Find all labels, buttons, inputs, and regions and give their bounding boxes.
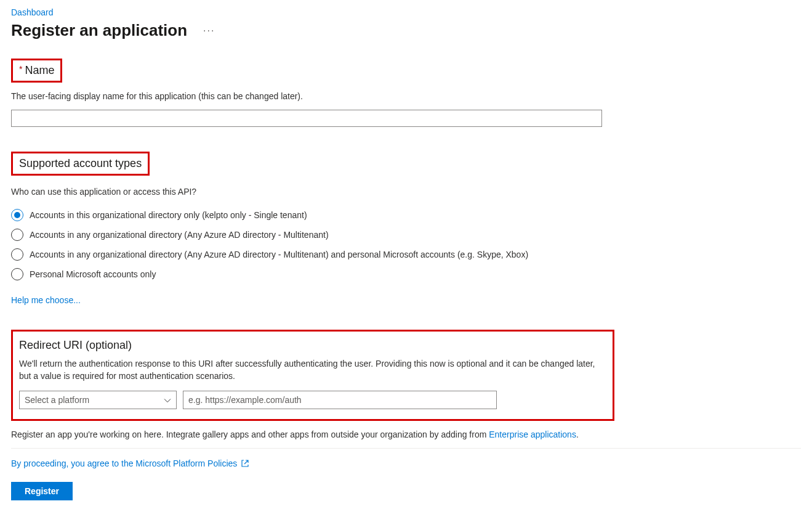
register-button[interactable]: Register xyxy=(11,482,73,500)
radio-icon xyxy=(11,268,23,280)
chevron-down-icon xyxy=(164,396,171,404)
name-heading-highlight: *Name xyxy=(11,59,62,83)
redirect-highlight: Redirect URI (optional) We'll return the… xyxy=(11,330,614,421)
policy-row: By proceeding, you agree to the Microsof… xyxy=(11,458,801,468)
footer-text-after: . xyxy=(576,430,579,439)
radio-label: Accounts in this organizational director… xyxy=(30,210,307,220)
footer-divider xyxy=(11,448,801,449)
help-me-choose-link[interactable]: Help me choose... xyxy=(11,295,81,305)
name-heading: *Name xyxy=(19,64,54,76)
footer-text: Register an app you're working on here. … xyxy=(11,430,801,439)
redirect-controls: Select a platform xyxy=(19,391,606,409)
radio-icon xyxy=(11,229,23,241)
account-types-section: Supported account types Who can use this… xyxy=(11,152,801,305)
account-type-option-1[interactable]: Accounts in any organizational directory… xyxy=(11,225,801,245)
redirect-uri-input[interactable] xyxy=(183,391,497,409)
radio-icon xyxy=(11,209,23,221)
redirect-heading: Redirect URI (optional) xyxy=(19,339,606,352)
app-name-input[interactable] xyxy=(11,110,602,127)
account-types-heading-highlight: Supported account types xyxy=(11,152,150,176)
breadcrumb: Dashboard xyxy=(11,7,801,17)
radio-icon xyxy=(11,248,23,261)
platform-select-value: Select a platform xyxy=(25,395,89,405)
redirect-section: Redirect URI (optional) We'll return the… xyxy=(11,330,801,421)
radio-label: Accounts in any organizational directory… xyxy=(30,230,329,240)
account-types-heading: Supported account types xyxy=(19,157,142,169)
more-actions-button[interactable]: ··· xyxy=(198,23,220,39)
page-title-row: Register an application ··· xyxy=(11,21,801,40)
radio-label: Personal Microsoft accounts only xyxy=(30,269,156,279)
account-type-option-2[interactable]: Accounts in any organizational directory… xyxy=(11,245,801,264)
platform-policies-link[interactable]: By proceeding, you agree to the Microsof… xyxy=(11,458,237,468)
enterprise-applications-link[interactable]: Enterprise applications xyxy=(489,430,576,439)
name-label: Name xyxy=(25,64,54,76)
page-title: Register an application xyxy=(11,21,187,40)
account-type-option-3[interactable]: Personal Microsoft accounts only xyxy=(11,264,801,284)
breadcrumb-dashboard-link[interactable]: Dashboard xyxy=(11,7,54,17)
account-types-question: Who can use this application or access t… xyxy=(11,187,801,197)
external-link-icon xyxy=(241,459,249,468)
radio-label: Accounts in any organizational directory… xyxy=(30,250,528,259)
account-types-radio-group: Accounts in this organizational director… xyxy=(11,205,801,284)
footer-text-before: Register an app you're working on here. … xyxy=(11,430,489,439)
required-asterisk: * xyxy=(19,64,22,74)
account-type-option-0[interactable]: Accounts in this organizational director… xyxy=(11,205,801,225)
redirect-description: We'll return the authentication response… xyxy=(19,358,606,382)
name-section: *Name The user-facing display name for t… xyxy=(11,59,801,127)
name-help-text: The user-facing display name for this ap… xyxy=(11,91,801,101)
platform-select[interactable]: Select a platform xyxy=(19,391,177,409)
